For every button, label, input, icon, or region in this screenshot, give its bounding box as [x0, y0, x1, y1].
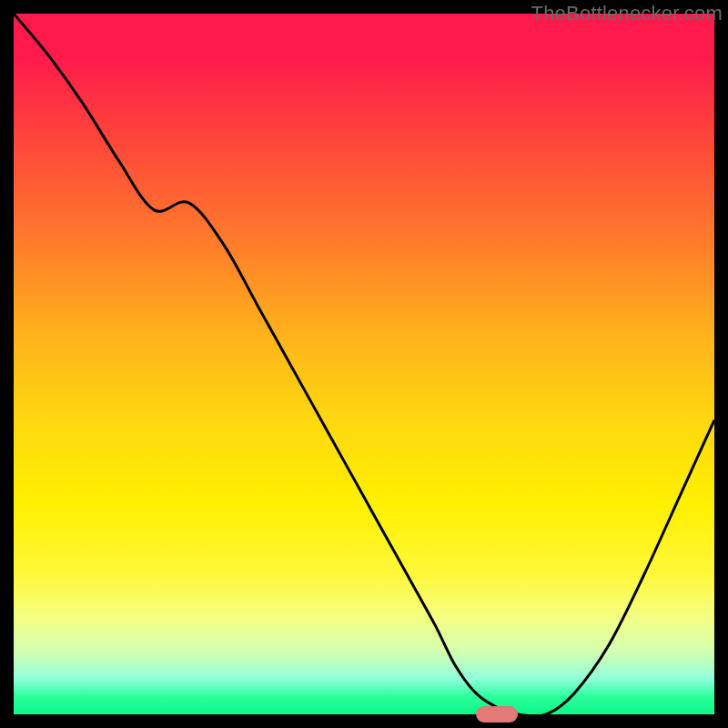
bottleneck-curve	[14, 14, 714, 714]
optimum-marker	[476, 706, 518, 723]
watermark-text: TheBottlenecker.com	[531, 2, 723, 25]
plot-area	[14, 14, 714, 714]
chart-frame: TheBottlenecker.com	[0, 0, 728, 728]
